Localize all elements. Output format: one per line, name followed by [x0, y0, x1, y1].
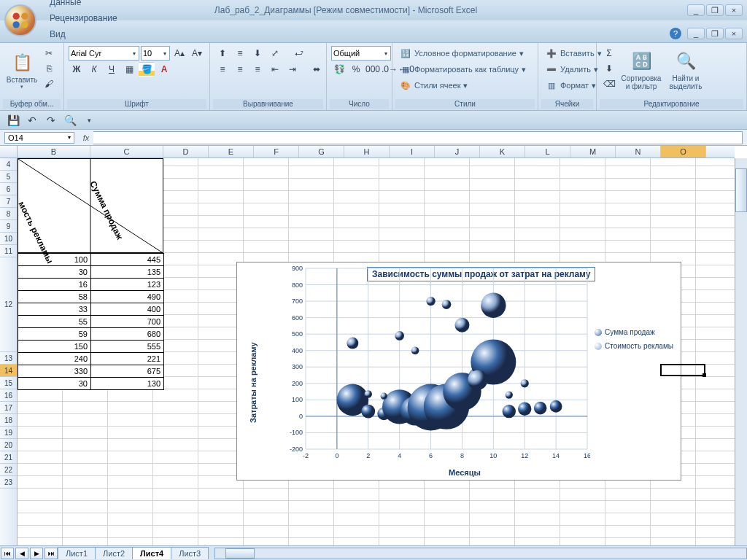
table-cell[interactable]: 555 — [91, 341, 164, 353]
row-header[interactable]: 12 — [0, 257, 17, 352]
row-header[interactable]: 16 — [0, 389, 17, 402]
conditional-formatting-button[interactable]: 🔢Условное форматирование ▾ — [397, 46, 527, 61]
column-header[interactable]: J — [435, 146, 480, 158]
copy-button[interactable]: ⎘ — [41, 61, 57, 76]
last-sheet-button[interactable]: ⏭ — [44, 548, 58, 559]
row-header[interactable]: 7 — [0, 195, 17, 208]
align-left-button[interactable]: ≡ — [214, 62, 231, 77]
column-header[interactable]: O — [661, 146, 706, 158]
insert-cells-button[interactable]: ➕Вставить▾ — [543, 46, 605, 61]
row-header[interactable]: 13 — [0, 352, 17, 365]
row-header[interactable]: 17 — [0, 402, 17, 414]
column-header[interactable]: F — [254, 146, 299, 158]
comma-button[interactable]: 000 — [365, 62, 381, 77]
decrease-indent-button[interactable]: ⇤ — [267, 62, 283, 77]
column-header[interactable]: N — [616, 146, 661, 158]
table-cell[interactable]: 123 — [91, 279, 164, 291]
name-box[interactable]: O14▾ — [4, 132, 74, 144]
row-header[interactable]: 8 — [0, 208, 17, 220]
table-cell[interactable]: 330 — [18, 365, 91, 378]
table-cell[interactable]: 400 — [91, 303, 164, 316]
table-cell[interactable]: 150 — [18, 341, 91, 353]
align-middle-button[interactable]: ≡ — [232, 46, 248, 61]
wrap-text-button[interactable]: ⮐ — [285, 46, 314, 61]
worksheet-area[interactable]: BCDEFGHIJKLMNO 4567891011121314151617181… — [0, 146, 747, 545]
find-select-button[interactable]: 🔍 Найти и выделить — [665, 46, 706, 94]
fill-color-button[interactable]: 🪣 — [139, 62, 155, 77]
table-cell[interactable]: 135 — [91, 266, 164, 279]
sheet-tab[interactable]: Лист4 — [132, 547, 171, 559]
row-header[interactable]: 5 — [0, 171, 17, 183]
border-button[interactable]: ▦ — [121, 62, 137, 77]
workbook-minimize-button[interactable]: _ — [687, 28, 705, 39]
row-header[interactable]: 4 — [0, 158, 17, 171]
table-cell[interactable]: 58 — [18, 291, 91, 303]
table-cell[interactable]: 445 — [91, 254, 164, 266]
autosum-button[interactable]: Σ — [601, 46, 617, 61]
increase-font-button[interactable]: A▴ — [171, 46, 187, 61]
scrollbar-thumb[interactable] — [225, 548, 255, 559]
sheet-tab[interactable]: Лист2 — [95, 547, 133, 559]
horizontal-scrollbar[interactable] — [214, 548, 747, 559]
table-cell[interactable]: 30 — [18, 378, 91, 390]
ribbon-tab-Данные[interactable]: Данные — [41, 0, 138, 10]
select-all-button[interactable] — [0, 146, 18, 158]
prev-sheet-button[interactable]: ◀ — [15, 548, 28, 559]
align-right-button[interactable]: ≡ — [249, 62, 266, 77]
percent-button[interactable]: % — [348, 62, 364, 77]
font-size-combo[interactable]: 10▾ — [141, 46, 170, 61]
save-button[interactable]: 💾 — [6, 113, 20, 128]
vertical-scrollbar[interactable] — [735, 158, 747, 545]
table-cell[interactable]: 240 — [18, 353, 91, 365]
ribbon-tab-Рецензирование[interactable]: Рецензирование — [41, 10, 138, 26]
scrollbar-thumb[interactable] — [735, 168, 747, 212]
column-header[interactable]: E — [209, 146, 254, 158]
maximize-button[interactable]: ❐ — [706, 4, 724, 16]
table-cell[interactable]: 221 — [91, 353, 164, 365]
column-header[interactable]: C — [90, 146, 163, 158]
column-header[interactable]: I — [390, 146, 435, 158]
number-format-combo[interactable]: Общий▾ — [331, 46, 391, 61]
column-header[interactable]: D — [163, 146, 209, 158]
close-button[interactable]: × — [725, 4, 743, 16]
sort-filter-button[interactable]: 🔠 Сортировка и фильтр — [619, 46, 664, 94]
row-header[interactable]: 10 — [0, 233, 17, 245]
undo-button[interactable]: ↶ — [25, 113, 39, 128]
font-name-combo[interactable]: Arial Cyr▾ — [69, 46, 139, 61]
table-cell[interactable]: 30 — [18, 266, 91, 279]
help-icon[interactable]: ? — [670, 28, 681, 39]
currency-button[interactable]: 💱 — [331, 62, 347, 77]
chart-object[interactable]: Зависимость суммы продаж от затрат на ре… — [236, 262, 681, 481]
format-painter-button[interactable]: 🖌 — [41, 77, 57, 91]
format-cells-button[interactable]: ▥Формат▾ — [543, 78, 599, 93]
row-header[interactable]: 11 — [0, 245, 17, 257]
underline-button[interactable]: Ч — [104, 62, 120, 77]
decrease-font-button[interactable]: A▾ — [189, 46, 205, 61]
font-color-button[interactable]: A — [156, 62, 172, 77]
row-header[interactable]: 18 — [0, 414, 17, 427]
column-header[interactable]: H — [344, 146, 390, 158]
minimize-button[interactable]: _ — [687, 4, 705, 16]
first-sheet-button[interactable]: ⏮ — [1, 548, 14, 559]
fill-button[interactable]: ⬇ — [601, 61, 617, 76]
row-header[interactable]: 21 — [0, 451, 17, 464]
cell-styles-button[interactable]: 🎨Стили ячеек ▾ — [397, 78, 471, 93]
column-header[interactable]: M — [570, 146, 616, 158]
table-cell[interactable]: 59 — [18, 328, 91, 341]
next-sheet-button[interactable]: ▶ — [30, 548, 43, 559]
orientation-button[interactable]: ⤢ — [267, 46, 283, 61]
row-header[interactable]: 22 — [0, 464, 17, 476]
italic-button[interactable]: К — [86, 62, 102, 77]
ribbon-tab-Вид[interactable]: Вид — [41, 26, 138, 42]
table-cell[interactable]: 490 — [91, 291, 164, 303]
row-header[interactable]: 9 — [0, 220, 17, 233]
column-header[interactable]: L — [525, 146, 570, 158]
formula-input[interactable] — [93, 131, 743, 144]
print-preview-button[interactable]: 🔍 — [63, 113, 77, 128]
table-cell[interactable]: 680 — [91, 328, 164, 341]
paste-button[interactable]: 📋 Вставить▾ — [4, 46, 39, 94]
sheet-tab[interactable]: Лист1 — [58, 547, 96, 559]
cut-button[interactable]: ✂ — [41, 46, 57, 61]
workbook-restore-button[interactable]: ❐ — [706, 28, 724, 39]
qat-customize-button[interactable]: ▾ — [82, 113, 96, 128]
